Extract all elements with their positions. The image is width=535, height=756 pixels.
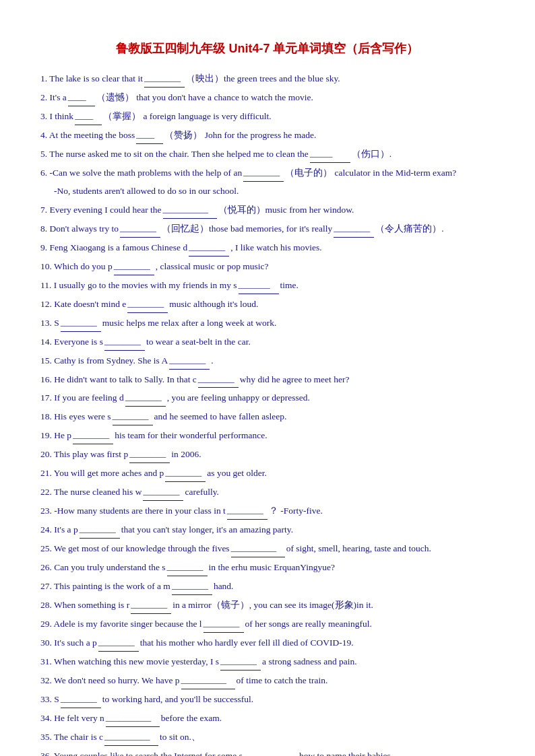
item-6: 6. -Can we solve the math problems with …	[40, 164, 495, 182]
item-9: 9. Feng Xiaogang is a famous Chinese d__…	[40, 239, 495, 256]
item-23: 23. -How many students are there in your…	[40, 502, 495, 520]
item-7: 7. Every evening I could hear the_______…	[40, 201, 495, 219]
item-20: 20. This play was first p________in 2006…	[40, 446, 495, 463]
content: 1. The lake is so clear that it________（…	[40, 70, 495, 756]
item-29: 29. Adele is my favorite singer because …	[40, 615, 495, 633]
item-27: 27. This painting is the work of a m____…	[40, 578, 495, 595]
item-4: 4. At the meeting the boss____（赞扬） John …	[40, 127, 495, 144]
item-31: 31. When watching this new movie yesterd…	[40, 653, 495, 671]
item-30: 30. It's such a p________that his mother…	[40, 634, 495, 652]
item-24: 24. It's a p________that you can't stay …	[40, 521, 495, 539]
item-16: 16. He didn't want to talk to Sally. In …	[40, 371, 495, 388]
item-36: 36. Young couples like to search the Int…	[40, 747, 495, 756]
item-8: 8. Don't always try to________（回忆起）those…	[40, 220, 495, 238]
item-11: 11. I usually go to the movies with my f…	[40, 277, 495, 294]
item-2: 2. It's a____（遗憾） that you don't have a …	[40, 89, 495, 106]
item-5: 5. The nurse asked me to sit on the chai…	[40, 145, 495, 163]
item-3: 3. I think____（掌握） a foreign language is…	[40, 108, 495, 125]
item-28: 28. When something is r________in a mirr…	[40, 596, 495, 614]
item-12: 12. Kate doesn't mind e________music alt…	[40, 296, 495, 313]
item-13: 13. S________music helps me relax after …	[40, 314, 495, 332]
item-18: 18. His eyes were s________and he seemed…	[40, 408, 495, 425]
item-32: 32. We don't need so hurry. We have p___…	[40, 672, 495, 689]
item-1: 1. The lake is so clear that it________（…	[40, 70, 495, 88]
item-35: 35. The chair is c__________to sit on.、	[40, 728, 495, 746]
title: 鲁教版五四制九年级 Unit4-7 单元单词填空（后含写作）	[40, 40, 495, 57]
item-15: 15. Cathy is from Sydney. She is A______…	[40, 352, 495, 370]
item-26: 26. Can you truly understand the s______…	[40, 559, 495, 576]
item-19: 19. He p________his team for their wonde…	[40, 427, 495, 444]
item-14: 14. Everyone is s________to wear a seat-…	[40, 333, 495, 351]
item-10: 10. Which do you p________, classical mu…	[40, 258, 495, 275]
item-21: 21. You will get more aches and p_______…	[40, 465, 495, 482]
item-17: 17. If you are feeling d________, you ar…	[40, 389, 495, 407]
item-25: 25. We get most of our knowledge through…	[40, 540, 495, 557]
item-22: 22. The nurse cleaned his w________caref…	[40, 483, 495, 501]
item-6-note: -No, students aren't allowed to do so in…	[54, 183, 495, 200]
item-34: 34. He felt very n__________before the e…	[40, 710, 495, 727]
item-33: 33. S________to working hard, and you'll…	[40, 691, 495, 708]
